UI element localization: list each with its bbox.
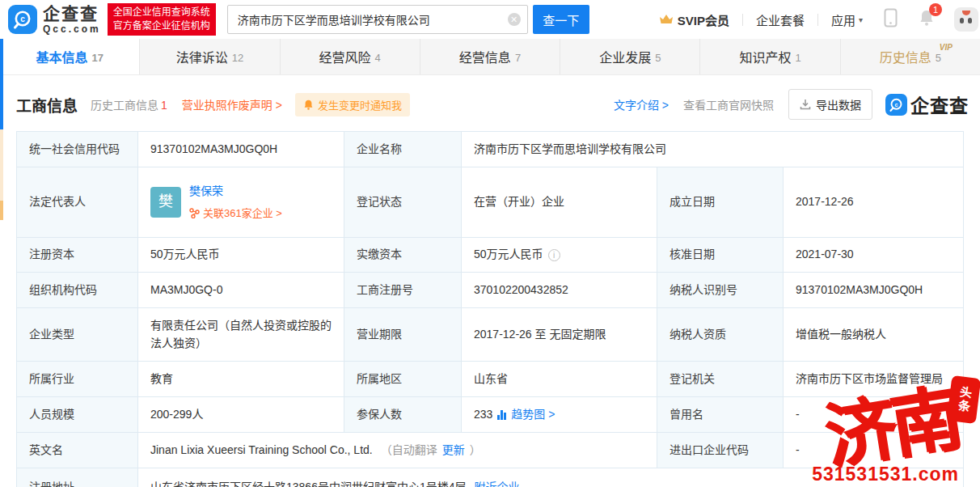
notify-label: 发生变更时通知我 xyxy=(318,97,402,112)
field-label: 工商注册号 xyxy=(344,273,462,308)
license-void-declaration-link[interactable]: 营业执照作废声明 > xyxy=(182,96,282,112)
legal-rep-name-link[interactable]: 樊保荣 xyxy=(189,184,223,197)
field-value-approval-date: 2021-07-30 xyxy=(784,238,964,273)
apps-label: 应用 xyxy=(831,11,855,28)
chevron-down-icon: ▾ xyxy=(859,15,863,24)
field-value-reg-status: 在营（开业）企业 xyxy=(462,167,657,238)
field-value-company-type: 有限责任公司（自然人投资或控股的法人独资） xyxy=(138,308,344,362)
crown-icon xyxy=(659,14,674,25)
field-value-taxpayer-id: 91370102MA3MJ0GQ0H xyxy=(784,273,964,308)
field-value-former-name: - xyxy=(784,397,964,433)
field-value-staff-size: 200-299人 xyxy=(138,397,344,433)
vip-badge: VIP xyxy=(940,43,953,52)
tab-history-info[interactable]: 历史信息 5 VIP xyxy=(841,39,980,74)
search-box[interactable]: ✕ xyxy=(227,5,528,34)
field-value-reg-number: 370102200432852 xyxy=(462,273,657,308)
field-value-paid-capital: 50万元人民币 i xyxy=(462,238,657,273)
gov-badge-line1: 全国企业信用查询系统 xyxy=(113,6,210,19)
tab-operation-info[interactable]: 经营信息 7 xyxy=(420,39,560,74)
legal-rep-avatar[interactable]: 樊 xyxy=(150,187,181,218)
tab-count: 5 xyxy=(936,52,941,64)
field-value-company-name: 济南市历下区学而思培训学校有限公司 xyxy=(462,132,964,167)
download-icon xyxy=(800,99,811,110)
field-label: 注册资本 xyxy=(17,238,138,273)
business-info-table: 统一社会信用代码 91370102MA3MJ0GQ0H 企业名称 济南市历下区学… xyxy=(16,131,964,487)
tab-label: 经营风险 xyxy=(319,47,371,66)
tab-label: 法律诉讼 xyxy=(176,47,228,66)
field-label: 组织机构代码 xyxy=(17,273,138,308)
export-label: 导出数据 xyxy=(816,96,861,112)
field-label: 纳税人识别号 xyxy=(657,273,784,308)
svg-text:c: c xyxy=(20,15,25,23)
insured-count-text: 233 xyxy=(474,406,492,424)
nearby-companies-link[interactable]: 附近企业 xyxy=(475,479,520,487)
field-label: 统一社会信用代码 xyxy=(17,132,138,167)
search-clear-icon[interactable]: ✕ xyxy=(508,13,521,26)
history-business-info-link[interactable]: 历史工商信息1 xyxy=(91,96,167,112)
top-header: c 企查查 Qcc.com 全国企业信用查询系统 官方备案企业征信机构 ✕ 查一… xyxy=(0,0,980,39)
field-label: 企业名称 xyxy=(344,132,462,167)
search-button[interactable]: 查一下 xyxy=(533,5,589,34)
mobile-app-icon[interactable] xyxy=(884,8,898,31)
tab-intellectual-property[interactable]: 知识产权 1 xyxy=(700,39,840,74)
svip-menu-item[interactable]: SVIP会员 xyxy=(659,11,729,28)
field-label: 登记状态 xyxy=(344,167,462,238)
field-label: 所属行业 xyxy=(17,362,138,397)
history-count: 1 xyxy=(161,99,167,112)
package-menu-item[interactable]: 企业套餐 xyxy=(756,11,805,28)
apps-menu-item[interactable]: 应用 ▾ xyxy=(831,11,863,28)
qcc-logo-text[interactable]: 企查查 Qcc.com xyxy=(43,5,101,34)
notification-count-badge: 1 xyxy=(929,3,942,16)
tab-operation-risk[interactable]: 经营风险 4 xyxy=(281,39,420,74)
update-translation-link[interactable]: 更新 xyxy=(442,442,465,459)
divider xyxy=(817,14,818,26)
text-intro-link[interactable]: 文字介绍 > xyxy=(614,96,669,112)
field-value-insured-count: 233 趋势图 > xyxy=(462,397,657,433)
trend-chart-link[interactable]: 趋势图 > xyxy=(511,406,555,424)
field-label: 注册地址 xyxy=(17,468,138,487)
tab-company-development[interactable]: 企业发展 5 xyxy=(560,39,700,74)
official-snapshot-link[interactable]: 查看工商官网快照 xyxy=(683,96,774,112)
section-toolbar: 文字介绍 > 查看工商官网快照 导出数据 c 企查查 xyxy=(614,89,969,120)
notify-on-change-button[interactable]: 发生变更时通知我 xyxy=(295,93,410,116)
relation-graph-icon xyxy=(189,208,200,218)
tab-count: 7 xyxy=(515,52,521,64)
export-data-button[interactable]: 导出数据 xyxy=(788,89,872,120)
field-value-legal-rep: 樊 樊保荣 关联361家企业 > xyxy=(138,167,344,238)
field-label: 登记机关 xyxy=(657,362,784,397)
business-info-section-header: 工商信息 历史工商信息1 营业执照作废声明 > 发生变更时通知我 文字介绍 > … xyxy=(0,75,980,129)
auto-translate-note: （自动翻译 xyxy=(381,442,437,459)
user-avatar[interactable] xyxy=(954,7,978,32)
field-value-business-term: 2017-12-26 至 无固定期限 xyxy=(462,308,657,362)
field-value-english-name: Jinan Lixia Xueersi Training School Co.,… xyxy=(138,433,657,468)
field-value-region: 山东省 xyxy=(462,362,657,397)
tab-count: 12 xyxy=(232,52,243,64)
field-label: 英文名 xyxy=(17,433,138,468)
field-label: 所属地区 xyxy=(344,362,462,397)
field-value-org-code: MA3MJ0GQ-0 xyxy=(138,273,344,308)
svip-label: SVIP会员 xyxy=(678,11,729,28)
field-label: 纳税人资质 xyxy=(657,308,784,362)
tab-count: 4 xyxy=(375,52,381,64)
field-value-taxpayer-qualification: 增值税一般纳税人 xyxy=(784,308,964,362)
info-icon[interactable]: i xyxy=(548,249,560,261)
tab-basic-info[interactable]: 基本信息 17 xyxy=(0,39,140,74)
tab-legal-litigation[interactable]: 法律诉讼 12 xyxy=(140,39,280,74)
english-name-text: Jinan Lixia Xueersi Training School Co.,… xyxy=(150,442,373,459)
tab-label: 知识产权 xyxy=(739,47,791,66)
brand-name: 企查查 xyxy=(43,5,101,22)
search-input[interactable] xyxy=(238,13,508,26)
field-value-established-date: 2017-12-26 xyxy=(784,167,964,238)
paid-capital-text: 50万元人民币 xyxy=(474,246,543,264)
qcc-logo-icon[interactable]: c xyxy=(8,5,37,34)
qcc-mini-icon: c xyxy=(885,94,907,116)
brand-domain: Qcc.com xyxy=(43,24,101,34)
field-label: 参保人数 xyxy=(344,397,462,433)
related-companies-link[interactable]: 关联361家企业 > xyxy=(189,205,282,222)
gov-credit-badge: 全国企业信用查询系统 官方备案企业征信机构 xyxy=(108,3,216,36)
trend-chart-icon xyxy=(497,410,506,420)
notifications[interactable]: 1 xyxy=(919,9,935,30)
qcc-watermark-logo: c 企查查 xyxy=(885,91,969,118)
field-label: 企业类型 xyxy=(17,308,138,362)
tab-label: 企业发展 xyxy=(599,47,651,66)
